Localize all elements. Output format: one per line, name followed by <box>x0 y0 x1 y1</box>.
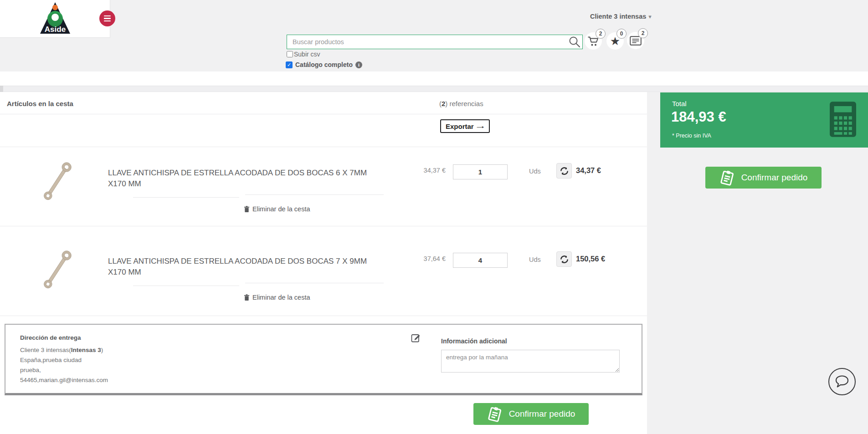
quantity-input[interactable] <box>453 253 508 268</box>
export-label: Exportar <box>446 123 474 130</box>
brand-logo[interactable]: Aside <box>0 0 110 38</box>
edit-address-button[interactable] <box>411 333 421 344</box>
clipboard-icon <box>719 169 735 186</box>
order-total-box: Total 184,93 € * Precio sin IVA <box>660 92 868 148</box>
edit-icon <box>411 333 421 342</box>
additional-info-title: Información adicional <box>441 337 507 345</box>
trash-icon <box>244 206 250 213</box>
caret-down-icon: ▾ <box>648 13 652 20</box>
chat-bubble-icon <box>834 374 850 389</box>
arrow-right-icon: → <box>474 122 486 131</box>
divider <box>0 114 647 114</box>
confirm-order-button-bottom[interactable]: Confirmar pedido <box>473 403 589 425</box>
total-label: Total <box>672 100 687 107</box>
divider <box>245 283 384 283</box>
scroll-strip-thumb[interactable] <box>0 86 3 92</box>
upload-csv-label: Subir csv <box>294 51 320 58</box>
tax-note: * Precio sin IVA <box>672 133 711 139</box>
quantity-input[interactable] <box>453 164 508 179</box>
remove-item-label: Eliminar de la cesta <box>252 294 310 301</box>
aside-logo-icon: Aside <box>39 2 71 35</box>
address-line: España,prueba ciudad <box>20 357 82 363</box>
calculator-icon <box>830 102 856 137</box>
additional-info-textarea[interactable]: entrega por la mañana <box>441 350 620 373</box>
checkbox-checked-icon: ✓ <box>286 61 293 68</box>
spacer-band <box>0 71 868 86</box>
references-count: (2) referencias <box>439 100 483 107</box>
clipboard-icon <box>487 406 503 422</box>
product-title[interactable]: LLAVE ANTICHISPA DE ESTRELLA ACODADA DE … <box>108 256 381 278</box>
upload-csv-checkbox[interactable]: Subir csv <box>287 51 320 58</box>
refresh-icon <box>560 166 569 176</box>
refresh-quantity-button[interactable] <box>556 251 572 267</box>
line-total: 34,37 € <box>576 166 601 175</box>
customer-name: Cliente 3 intensas <box>590 13 646 20</box>
remove-item-link[interactable]: Eliminar de la cesta <box>244 205 310 213</box>
confirm-order-label: Confirmar pedido <box>741 173 808 183</box>
full-catalog-checkbox[interactable]: ✓ Catálogo completo i <box>286 61 362 68</box>
page: Aside Cliente 3 intensas▾ Subir csv ✓ Ca… <box>0 0 868 434</box>
search-icon <box>568 36 580 48</box>
confirm-order-button-side[interactable]: Confirmar pedido <box>705 167 822 189</box>
cart-badge: 2 <box>596 29 606 39</box>
refresh-icon <box>560 255 569 264</box>
product-image-wrench[interactable] <box>39 158 76 204</box>
scroll-strip <box>0 86 868 92</box>
menu-button[interactable] <box>99 10 115 26</box>
refresh-quantity-button[interactable] <box>556 163 572 179</box>
unit-label: Uds <box>529 168 541 175</box>
checkbox-unchecked-icon <box>287 51 293 57</box>
cart-panel: Artículos en la cesta (2) referencias Ex… <box>0 92 647 434</box>
divider <box>245 194 384 195</box>
delivery-address-box: Dirección de entrega Cliente 3 intensas(… <box>5 324 642 395</box>
cart-item-row: LLAVE ANTICHISPA DE ESTRELLA ACODADA DE … <box>0 226 647 316</box>
line-total: 150,56 € <box>576 255 605 263</box>
product-title[interactable]: LLAVE ANTICHISPA DE ESTRELLA ACODADA DE … <box>108 168 381 189</box>
unit-label: Uds <box>529 256 541 263</box>
full-catalog-label: Catálogo completo <box>295 61 353 68</box>
confirm-order-label: Confirmar pedido <box>509 409 575 419</box>
cart-item-row: LLAVE ANTICHISPA DE ESTRELLA ACODADA DE … <box>0 147 647 226</box>
cart-title: Artículos en la cesta <box>7 100 73 107</box>
remove-item-label: Eliminar de la cesta <box>252 205 310 213</box>
export-button[interactable]: Exportar → <box>440 119 490 133</box>
info-icon[interactable]: i <box>355 61 362 68</box>
search-button[interactable] <box>568 36 581 49</box>
search-bar <box>287 35 583 49</box>
address-line: prueba, <box>20 367 41 373</box>
orders-badge: 2 <box>638 28 648 38</box>
divider <box>133 286 239 286</box>
remove-item-link[interactable]: Eliminar de la cesta <box>244 294 310 301</box>
brand-name: Aside <box>45 25 66 34</box>
unit-price: 37,64 € <box>400 255 446 262</box>
trash-icon <box>244 294 250 301</box>
product-image-wrench[interactable] <box>39 247 76 292</box>
address-line: Cliente 3 intensas(Intensas 3) <box>20 347 103 353</box>
search-input[interactable] <box>287 35 583 49</box>
chat-button[interactable] <box>828 368 856 395</box>
unit-price: 34,37 € <box>400 167 446 174</box>
address-line: 54465,marian.gil@intensas.com <box>20 377 108 383</box>
delivery-address-title: Dirección de entrega <box>20 334 81 341</box>
customer-menu[interactable]: Cliente 3 intensas▾ <box>590 13 652 20</box>
total-value: 184,93 € <box>671 109 726 125</box>
divider <box>133 197 239 198</box>
favorites-badge: 0 <box>616 29 627 39</box>
